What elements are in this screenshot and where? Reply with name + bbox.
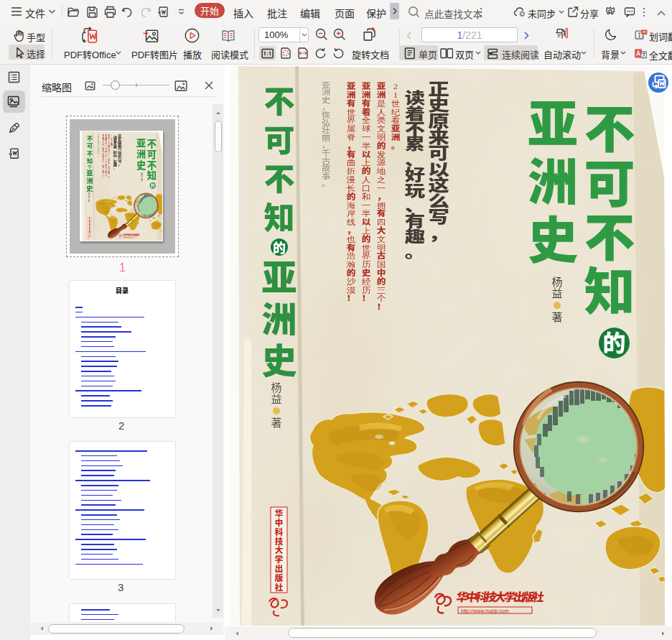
svg-text:知: 知 xyxy=(584,251,635,324)
svg-text:。: 。 xyxy=(322,178,330,188)
svg-text:。: 。 xyxy=(405,240,425,262)
svg-text:史: 史 xyxy=(261,333,297,384)
svg-text:，: ， xyxy=(428,220,449,244)
svg-text:益: 益 xyxy=(551,285,562,300)
svg-text:！: ！ xyxy=(347,292,356,303)
svg-text:的: 的 xyxy=(602,325,625,358)
svg-text:不: 不 xyxy=(264,154,295,199)
svg-text:知: 知 xyxy=(264,193,295,238)
svg-text:著: 著 xyxy=(551,309,562,324)
svg-text:可: 可 xyxy=(264,116,295,160)
svg-text:著: 著 xyxy=(271,414,281,430)
svg-text:不: 不 xyxy=(264,77,295,121)
svg-text:益: 益 xyxy=(271,391,281,406)
svg-text:社: 社 xyxy=(275,581,284,593)
svg-text:！: ！ xyxy=(362,292,371,303)
svg-text:http://www.hustp.com: http://www.hustp.com xyxy=(461,608,509,614)
svg-text:。: 。 xyxy=(391,139,401,151)
svg-text:华中科技大学出版社: 华中科技大学出版社 xyxy=(455,588,545,605)
svg-text:史: 史 xyxy=(528,200,578,273)
svg-text:！: ！ xyxy=(377,300,386,312)
